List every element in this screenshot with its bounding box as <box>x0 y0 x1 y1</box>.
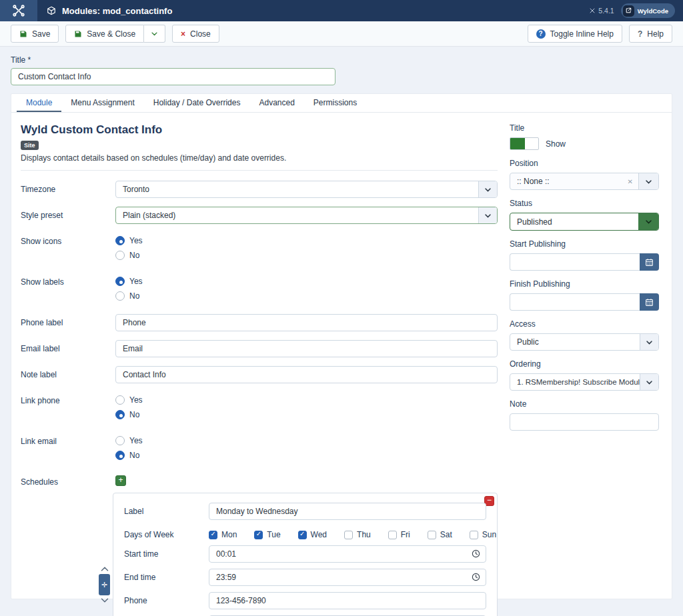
move-up-icon[interactable] <box>101 566 109 572</box>
checkbox-icon <box>254 531 263 539</box>
title-input[interactable] <box>11 68 335 85</box>
move-down-icon[interactable] <box>101 597 109 603</box>
radio-icon <box>115 291 125 301</box>
module-settings-sidebar: Title Show Position :: None :: ✕ Status <box>510 123 659 616</box>
joomla-logo-icon <box>13 5 25 17</box>
move-handle-icon: ✛ <box>101 581 107 589</box>
show-icons-yes-radio[interactable]: Yes <box>115 235 498 246</box>
ordering-select[interactable]: 1. RSMembership! Subscribe Module <box>510 373 659 391</box>
day-sun-checkbox[interactable]: Sun <box>470 530 496 539</box>
day-sat-checkbox[interactable]: Sat <box>428 530 452 539</box>
checkbox-icon <box>298 531 307 539</box>
divider <box>21 170 498 171</box>
schedule-phone-input[interactable] <box>209 592 486 609</box>
show-labels-no-radio[interactable]: No <box>115 291 498 301</box>
checkbox-icon <box>428 531 436 539</box>
toolbar: Save Save & Close × Close ? Toggle Inlin… <box>0 21 683 47</box>
radio-icon <box>115 436 125 445</box>
link-email-radios: Yes No <box>115 433 498 465</box>
tab-advanced[interactable]: Advanced <box>249 94 303 112</box>
chevron-down-icon <box>151 30 158 37</box>
help-button[interactable]: ? Help <box>629 25 672 43</box>
day-fri-checkbox[interactable]: Fri <box>388 530 410 539</box>
start-publishing-input[interactable] <box>510 253 640 271</box>
finish-publishing-input[interactable] <box>510 293 640 311</box>
tab-permissions[interactable]: Permissions <box>304 94 366 112</box>
schedules-label: Schedules <box>21 473 115 487</box>
day-wed-checkbox[interactable]: Wed <box>298 530 327 539</box>
save-close-button[interactable]: Save & Close <box>65 25 144 43</box>
chevron-down-icon <box>640 334 658 350</box>
save-options-dropdown[interactable] <box>144 25 165 43</box>
module-heading: Wyld Custom Contact Info <box>21 123 498 137</box>
finish-publishing-calendar-button[interactable] <box>640 293 659 311</box>
title-show-toggle[interactable] <box>510 137 539 150</box>
schedule-label-input[interactable] <box>209 503 486 520</box>
note-label-input[interactable] <box>115 366 498 383</box>
module-description: Displays contact details based on schedu… <box>21 153 498 163</box>
title-toggle-state: Show <box>546 139 566 149</box>
help-icon: ? <box>638 29 642 39</box>
clock-icon <box>472 573 480 581</box>
link-phone-no-radio[interactable]: No <box>115 409 498 420</box>
phone-label-label: Phone label <box>21 314 115 331</box>
joomla-logo[interactable] <box>0 0 37 21</box>
show-labels-yes-radio[interactable]: Yes <box>115 276 498 287</box>
drag-handle[interactable]: ✛ <box>99 574 110 595</box>
day-thu-checkbox[interactable]: Thu <box>344 530 371 539</box>
note-input[interactable] <box>510 413 659 431</box>
status-select[interactable]: Published <box>510 213 659 231</box>
schedule-label-label: Label <box>124 503 209 520</box>
save-button[interactable]: Save <box>11 25 59 43</box>
checkbox-icon <box>209 531 217 539</box>
clock-icon <box>472 549 480 558</box>
show-labels-label: Show labels <box>21 273 115 305</box>
show-icons-no-radio[interactable]: No <box>115 250 498 261</box>
tab-holiday-date-overrides[interactable]: Holiday / Date Overrides <box>144 94 250 112</box>
timezone-select[interactable]: Toronto <box>115 181 498 198</box>
phone-label-input[interactable] <box>115 314 498 331</box>
clear-icon[interactable]: ✕ <box>628 173 638 189</box>
module-options-panel: Wyld Custom Contact Info Site Displays c… <box>21 123 498 616</box>
day-mon-checkbox[interactable]: Mon <box>209 530 237 539</box>
show-icons-label: Show icons <box>21 233 115 265</box>
schedule-phone-label: Phone <box>124 592 209 609</box>
inline-help-icon: ? <box>536 29 546 39</box>
chevron-down-icon <box>638 173 658 189</box>
calendar-icon <box>645 258 654 267</box>
tab-module[interactable]: Module <box>17 94 61 112</box>
checkbox-icon <box>470 531 478 539</box>
toggle-inline-help-button[interactable]: ? Toggle Inline Help <box>528 25 622 43</box>
title-toggle-label: Title <box>510 123 659 133</box>
wyldcode-button[interactable]: WyldCode <box>621 3 675 18</box>
start-time-input[interactable] <box>209 545 486 563</box>
end-time-input[interactable] <box>209 569 486 586</box>
add-schedule-button[interactable]: + <box>115 475 126 486</box>
save-icon <box>19 30 27 38</box>
joomla-version: 5.4.1 <box>589 7 614 15</box>
days-of-week-label: Days of Week <box>124 526 209 539</box>
style-preset-select[interactable]: Plain (stacked) <box>115 207 498 224</box>
site-badge: Site <box>21 141 39 150</box>
start-time-label: Start time <box>124 545 209 563</box>
radio-icon <box>115 410 125 419</box>
tab-menu-assignment[interactable]: Menu Assignment <box>61 94 143 112</box>
close-button[interactable]: × Close <box>172 25 219 43</box>
chevron-down-icon <box>478 207 497 223</box>
link-email-no-radio[interactable]: No <box>115 450 498 461</box>
access-label: Access <box>510 319 659 329</box>
access-select[interactable]: Public <box>510 333 659 351</box>
show-labels-radios: Yes No <box>115 273 498 305</box>
position-combobox[interactable]: :: None :: ✕ <box>510 173 659 190</box>
start-publishing-calendar-button[interactable] <box>640 253 659 271</box>
radio-icon <box>115 251 125 260</box>
day-tue-checkbox[interactable]: Tue <box>254 530 280 539</box>
tab-bar: Module Menu Assignment Holiday / Date Ov… <box>11 94 672 113</box>
link-phone-yes-radio[interactable]: Yes <box>115 395 498 405</box>
email-label-input[interactable] <box>115 340 498 357</box>
style-preset-label: Style preset <box>21 207 115 224</box>
link-email-yes-radio[interactable]: Yes <box>115 435 498 446</box>
radio-icon <box>115 395 125 405</box>
checkbox-icon <box>388 531 397 539</box>
show-icons-radios: Yes No <box>115 233 498 265</box>
